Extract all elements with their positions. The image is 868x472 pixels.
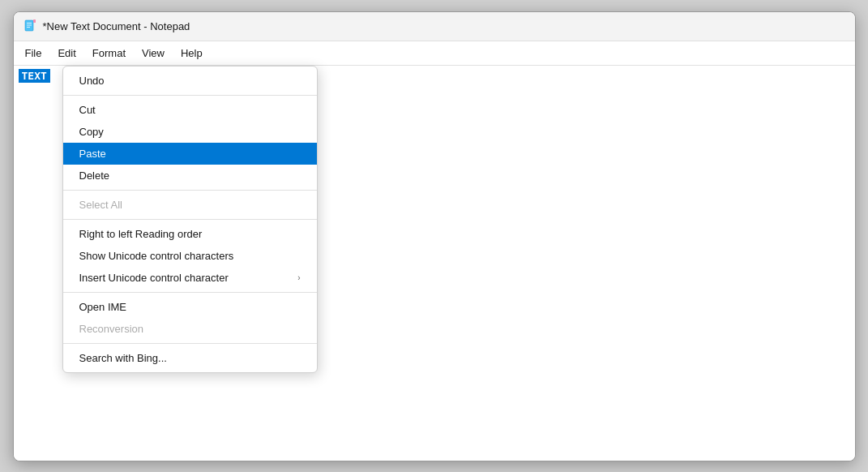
menu-bar: File Edit Format View Help — [14, 41, 855, 66]
separator-5 — [63, 343, 317, 344]
context-menu-delete[interactable]: Delete — [63, 165, 317, 187]
context-menu-undo[interactable]: Undo — [63, 70, 317, 92]
context-menu-insert-unicode[interactable]: Insert Unicode control character › — [63, 267, 317, 289]
menu-help[interactable]: Help — [173, 44, 211, 62]
menu-format[interactable]: Format — [84, 44, 134, 62]
context-menu-show-unicode[interactable]: Show Unicode control characters — [63, 245, 317, 267]
svg-rect-3 — [27, 25, 32, 26]
context-menu-rtl[interactable]: Right to left Reading order — [63, 223, 317, 245]
context-menu-paste[interactable]: Paste — [63, 143, 317, 165]
svg-rect-5 — [33, 19, 36, 23]
editor-area[interactable]: TEXT Undo Cut Copy Paste Delete — [14, 66, 855, 461]
context-menu-copy[interactable]: Copy — [63, 121, 317, 143]
context-menu-select-all[interactable]: Select All — [63, 194, 317, 216]
context-menu-search-bing[interactable]: Search with Bing... — [63, 347, 317, 369]
context-menu: Undo Cut Copy Paste Delete Select Al — [62, 66, 318, 373]
menu-file[interactable]: File — [17, 44, 50, 62]
selected-text: TEXT — [19, 69, 50, 83]
separator-3 — [63, 219, 317, 220]
svg-rect-4 — [27, 27, 30, 28]
window-title: *New Text Document - Notepad — [43, 20, 190, 32]
separator-2 — [63, 190, 317, 191]
menu-view[interactable]: View — [134, 44, 173, 62]
separator-4 — [63, 292, 317, 293]
context-menu-cut[interactable]: Cut — [63, 99, 317, 121]
context-menu-reconversion[interactable]: Reconversion — [63, 318, 317, 340]
svg-rect-2 — [27, 23, 32, 24]
separator-1 — [63, 95, 317, 96]
menu-edit[interactable]: Edit — [49, 44, 83, 62]
submenu-arrow-icon: › — [297, 273, 300, 282]
context-menu-open-ime[interactable]: Open IME — [63, 296, 317, 318]
title-bar: *New Text Document - Notepad — [14, 12, 855, 41]
notepad-icon — [24, 19, 36, 32]
notepad-window: *New Text Document - Notepad File Edit F… — [13, 11, 856, 461]
